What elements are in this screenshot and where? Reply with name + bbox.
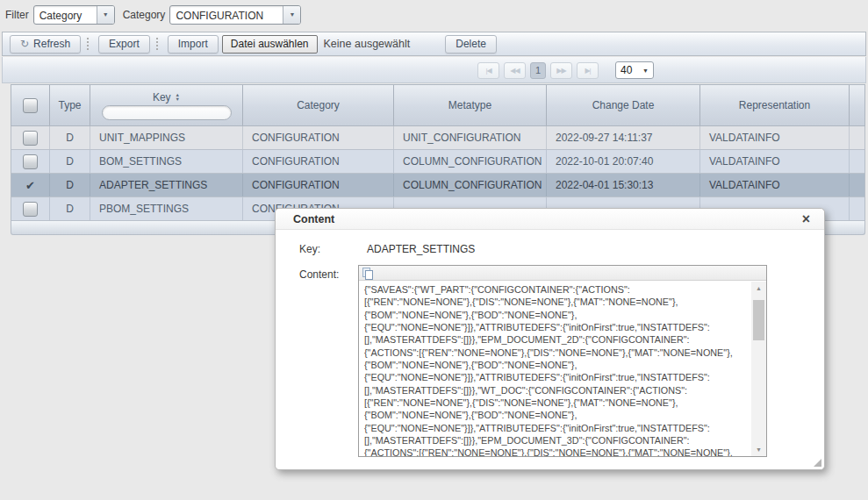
cell-filler <box>850 150 864 173</box>
toolbar-separator <box>156 38 160 50</box>
cell-type: D <box>50 174 90 196</box>
page-size-value: 40 <box>621 64 632 76</box>
cell-category: CONFIGURATION <box>243 150 394 173</box>
chevron-down-icon[interactable]: ▼ <box>97 6 114 24</box>
content-viewer-toolbar <box>359 266 766 281</box>
row-select-cell: ✔ <box>11 174 50 196</box>
refresh-icon: ↻ <box>20 39 29 48</box>
cell-metatype: COLUMN_CONFIGURATION <box>394 150 547 173</box>
page-size-select[interactable]: 40 ▼ <box>615 61 654 79</box>
column-label: Key <box>153 91 171 104</box>
cell-representation: VALDATAINFO <box>700 174 850 196</box>
table-row[interactable]: D BOM_SETTINGS CONFIGURATION COLUMN_CONF… <box>11 150 864 174</box>
table-row[interactable]: D UNIT_MAPPINGS CONFIGURATION UNIT_CONFI… <box>11 126 864 150</box>
delete-button[interactable]: Delete <box>445 35 497 54</box>
cell-filler <box>850 126 864 149</box>
chevron-down-icon: ▼ <box>642 68 649 74</box>
dialog-key-value: ADAPTER_SETTINGS <box>367 243 475 255</box>
cell-type: D <box>50 150 90 173</box>
column-header-type: Type <box>50 85 90 125</box>
column-header-representation: Representation <box>700 85 850 125</box>
dialog-title: Content <box>293 213 334 225</box>
cell-key: BOM_SETTINGS <box>90 150 243 173</box>
cell-change-date: 2022-10-01 20:07:40 <box>547 150 700 173</box>
sort-icon[interactable]: ▲▼ <box>176 93 180 101</box>
row-checkbox[interactable] <box>23 131 38 146</box>
copy-icon[interactable] <box>362 268 373 279</box>
cell-change-date: 2022-09-27 14:11:37 <box>547 126 700 149</box>
scrollbar[interactable]: ▲ ▼ <box>751 282 766 456</box>
next-page-icon[interactable]: ▶▶ <box>550 62 572 79</box>
table-body: D UNIT_MAPPINGS CONFIGURATION UNIT_CONFI… <box>11 126 865 221</box>
key-filter-input[interactable] <box>102 105 232 120</box>
column-label: Representation <box>739 99 810 111</box>
cell-representation: VALDATAINFO <box>700 126 850 149</box>
cell-representation: VALDATAINFO <box>700 150 850 173</box>
scroll-up-icon[interactable]: ▲ <box>751 282 766 295</box>
column-header-category: Category <box>243 85 394 125</box>
current-page-button[interactable]: 1 <box>530 62 546 79</box>
content-viewer: {"SAVEAS":{"WT_PART":{"CONFIGCONTAINER":… <box>358 265 767 457</box>
select-all-checkbox[interactable] <box>23 98 38 113</box>
export-button[interactable]: Export <box>98 35 150 54</box>
content-dialog: Content × Key: ADAPTER_SETTINGS Content:… <box>275 208 825 470</box>
content-text[interactable]: {"SAVEAS":{"WT_PART":{"CONFIGCONTAINER":… <box>359 282 751 456</box>
paginator-controls: |◀ ◀◀ 1 ▶▶ ▶| 40 ▼ <box>477 61 654 79</box>
column-label: Change Date <box>592 99 655 111</box>
row-select-cell <box>11 126 50 149</box>
first-page-icon[interactable]: |◀ <box>477 62 499 79</box>
toolbar: ↻ Refresh Export Import Datei auswählen … <box>2 32 866 56</box>
scroll-down-icon[interactable]: ▼ <box>751 443 766 456</box>
scrollbar-thumb[interactable] <box>753 300 764 340</box>
last-page-icon[interactable]: ▶| <box>577 62 599 79</box>
column-header-metatype: Metatype <box>394 85 547 125</box>
select-all-cell <box>11 85 50 125</box>
cell-key: ADAPTER_SETTINGS <box>90 174 243 196</box>
row-checkbox[interactable] <box>23 154 38 169</box>
prev-page-icon[interactable]: ◀◀ <box>504 62 526 79</box>
filter-bar: Filter Category ▼ Category CONFIGURATION… <box>0 0 868 29</box>
file-select-button[interactable]: Datei auswählen <box>222 35 318 54</box>
filter-type-dropdown[interactable]: Category ▼ <box>33 5 115 25</box>
filter-label: Filter <box>5 9 29 21</box>
filter-type-value: Category <box>34 6 97 24</box>
row-select-cell <box>11 197 50 220</box>
column-header-change-date: Change Date <box>547 85 700 125</box>
cell-category: CONFIGURATION <box>243 126 394 149</box>
refresh-button[interactable]: ↻ Refresh <box>10 35 81 54</box>
cell-type: D <box>50 197 90 220</box>
column-label: Category <box>297 99 340 111</box>
resize-handle[interactable] <box>814 459 821 467</box>
cell-metatype: UNIT_CONFIGURATION <box>394 126 547 149</box>
row-select-cell <box>11 150 50 173</box>
cell-filler <box>850 197 864 220</box>
refresh-label: Refresh <box>33 38 70 50</box>
app-root: { "filter_bar": { "filter_label": "Filte… <box>0 0 868 500</box>
check-icon[interactable]: ✔ <box>25 179 35 192</box>
chevron-down-icon[interactable]: ▼ <box>283 6 300 24</box>
table-row-selected[interactable]: ✔ D ADAPTER_SETTINGS CONFIGURATION COLUM… <box>11 174 864 197</box>
category-label: Category <box>123 9 166 21</box>
column-header-filler <box>850 85 864 125</box>
dialog-content-label: Content: <box>299 268 339 281</box>
paginator: |◀ ◀◀ 1 ▶▶ ▶| 40 ▼ <box>2 57 866 83</box>
close-icon[interactable]: × <box>802 212 810 226</box>
row-checkbox[interactable] <box>23 202 38 217</box>
cell-filler <box>850 174 864 196</box>
category-dropdown[interactable]: CONFIGURATION ▼ <box>169 5 301 25</box>
cell-key: UNIT_MAPPINGS <box>90 126 243 149</box>
dialog-title-bar[interactable]: Content <box>276 209 824 230</box>
dialog-key-label: Key: <box>299 243 320 255</box>
cell-change-date: 2022-04-01 15:30:13 <box>547 174 700 196</box>
cell-key: PBOM_SETTINGS <box>90 197 243 220</box>
table-header: Type Key ▲▼ Category Metatype Change Dat… <box>11 84 865 126</box>
sort-desc-icon: ▼ <box>176 97 180 102</box>
cell-category: CONFIGURATION <box>243 174 394 196</box>
cell-metatype: COLUMN_CONFIGURATION <box>394 174 547 196</box>
import-button[interactable]: Import <box>168 35 219 54</box>
column-label: Metatype <box>448 99 491 111</box>
toolbar-separator <box>87 38 90 50</box>
column-header-key[interactable]: Key ▲▼ <box>90 85 243 125</box>
cell-type: D <box>50 126 90 149</box>
file-status-text: Keine ausgewählt <box>324 38 411 50</box>
